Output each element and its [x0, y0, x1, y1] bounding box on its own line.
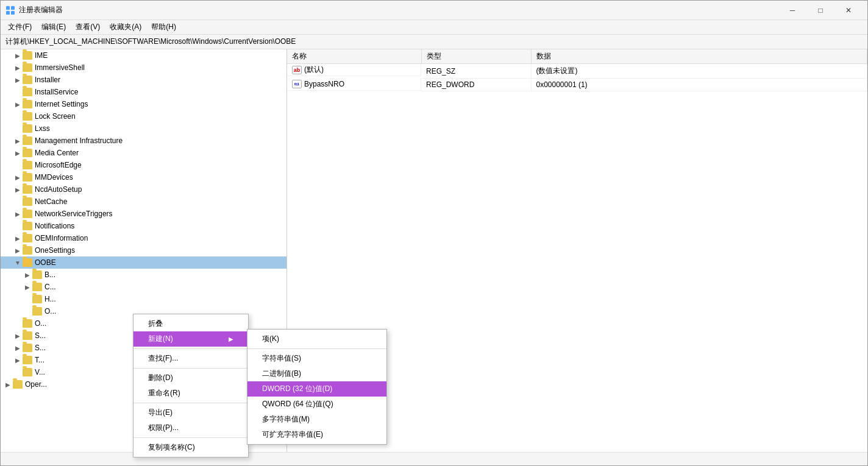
context-menu[interactable]: 折叠 新建(N) ▶ 查找(F)... 删除(D) 重命名(R) 导出(E) 权… [133, 314, 249, 457]
tree-label: ImmersiveShell [35, 63, 85, 72]
expand-arrow: ▶ [3, 380, 13, 389]
reg-data-cell: 0x00000001 (1) [531, 79, 867, 91]
sub-item-binary[interactable]: 二进制值(B) [247, 366, 386, 381]
tree-item-onesettings[interactable]: ▶ OneSettings [1, 244, 286, 256]
sub-item-expandstring[interactable]: 可扩充字符串值(E) [247, 427, 386, 442]
ctx-delete[interactable]: 删除(D) [133, 370, 248, 386]
menu-favorites[interactable]: 收藏夹(A) [105, 21, 146, 34]
registry-editor-window: 注册表编辑器 ─ □ ✕ 文件(F) 编辑(E) 查看(V) 收藏夹(A) 帮助… [0, 0, 868, 466]
statusbar [1, 452, 867, 465]
tree-item-netcache[interactable]: ▶ NetCache [1, 196, 286, 208]
tree-label: NcdAutoSetup [35, 185, 82, 194]
expand-arrow: ▶ [13, 185, 23, 194]
col-header-data: 数据 [531, 49, 867, 64]
ctx-permissions[interactable]: 权限(P)... [133, 420, 248, 436]
folder-icon [23, 112, 32, 121]
ctx-copy-name[interactable]: 复制项名称(C) [133, 440, 248, 455]
ctx-export[interactable]: 导出(E) [133, 405, 248, 420]
tree-item-oobe-c[interactable]: ▶ C... [1, 281, 286, 293]
tree-label: Lock Screen [35, 112, 76, 121]
reg-type-cell: REG_DWORD [421, 79, 531, 91]
menu-help[interactable]: 帮助(H) [146, 21, 181, 34]
tree-item-oobe-h[interactable]: ▶ H... [1, 293, 286, 305]
ctx-separator [133, 348, 248, 349]
tree-item-oobe[interactable]: ▼ OOBE [1, 256, 286, 269]
ctx-new[interactable]: 新建(N) ▶ [133, 331, 248, 347]
tree-item-lxss[interactable]: ▶ Lxss [1, 122, 286, 135]
tree-item-mediacenter[interactable]: ▶ Media Center [1, 147, 286, 159]
menu-edit[interactable]: 编辑(E) [37, 21, 71, 34]
folder-icon [32, 307, 42, 316]
ctx-rename[interactable]: 重命名(R) [133, 386, 248, 401]
tree-item-installservice[interactable]: ▶ InstallService [1, 86, 286, 98]
tree-item-lockscreen[interactable]: ▶ Lock Screen [1, 110, 286, 122]
tree-label: OEMInformation [35, 234, 88, 242]
sub-item-multistring[interactable]: 多字符串值(M) [247, 412, 386, 427]
svg-rect-1 [11, 6, 15, 10]
tree-label: MMDevices [35, 173, 73, 182]
maximize-button[interactable]: □ [806, 1, 834, 20]
folder-icon [23, 356, 32, 364]
tree-label: Internet Settings [35, 100, 88, 108]
close-button[interactable]: ✕ [834, 1, 863, 20]
tree-label: InstallService [35, 88, 78, 96]
tree-item-mgmtinfra[interactable]: ▶ Management Infrastructure [1, 135, 286, 147]
tree-item-installer[interactable]: ▶ Installer [1, 74, 286, 86]
minimize-button[interactable]: ─ [778, 1, 806, 20]
tree-item-ime[interactable]: ▶ IME [1, 49, 286, 62]
reg-data-cell: (数值未设置) [531, 64, 867, 79]
ctx-collapse[interactable]: 折叠 [133, 316, 248, 331]
tree-item-oeminformation[interactable]: ▶ OEMInformation [1, 232, 286, 244]
ctx-separator-4 [133, 437, 248, 438]
expand-arrow: ▶ [13, 209, 23, 219]
tree-item-ncdautosetup[interactable]: ▶ NcdAutoSetup [1, 183, 286, 196]
address-path: 计算机\HKEY_LOCAL_MACHINE\SOFTWARE\Microsof… [3, 35, 298, 48]
submenu[interactable]: 项(K) 字符串值(S) 二进制值(B) DWORD (32 位)值(D) QW… [247, 329, 387, 445]
menu-view[interactable]: 查看(V) [71, 21, 105, 34]
table-row[interactable]: 0|1 BypassNRO REG_DWORD 0x00000001 (1) [287, 79, 867, 91]
folder-icon [23, 258, 32, 267]
tree-item-notifications[interactable]: ▶ Notifications [1, 220, 286, 232]
expand-arrow: ▶ [13, 233, 23, 243]
expand-arrow: ▶ [13, 343, 23, 353]
folder-icon [23, 100, 32, 108]
reg-name-cell: 0|1 BypassNRO [287, 79, 421, 91]
folder-icon [13, 380, 23, 389]
folder-icon [23, 185, 32, 194]
tree-item-immersiveshell[interactable]: ▶ ImmersiveShell [1, 62, 286, 74]
sub-item-qword[interactable]: QWORD (64 位)值(Q) [247, 397, 386, 412]
folder-icon [23, 88, 32, 96]
folder-icon [23, 51, 32, 60]
folder-icon [23, 331, 32, 340]
svg-rect-0 [6, 6, 10, 10]
expand-arrow: ▼ [13, 258, 23, 267]
table-row[interactable]: ab (默认) REG_SZ (数值未设置) [287, 64, 867, 79]
tree-item-oobe-b[interactable]: ▶ B... [1, 269, 286, 281]
sub-separator [247, 348, 386, 349]
tree-item-mmdevices[interactable]: ▶ MMDevices [1, 171, 286, 183]
expand-arrow: ▶ [13, 51, 23, 60]
tree-label: Management Infrastructure [35, 136, 123, 145]
tree-label: Oper... [25, 380, 47, 389]
tree-item-microsoftedge[interactable]: ▶ MicrosoftEdge [1, 159, 286, 171]
expand-arrow: ▶ [13, 148, 23, 158]
tree-label: NetworkServiceTriggers [35, 210, 113, 218]
expand-arrow: ▶ [13, 355, 23, 365]
reg-type-cell: REG_SZ [421, 64, 531, 79]
expand-arrow: ▶ [23, 282, 32, 292]
tree-item-internetsettings[interactable]: ▶ Internet Settings [1, 98, 286, 110]
tree-label: H... [44, 295, 56, 303]
tree-label: Media Center [35, 149, 79, 157]
addressbar: 计算机\HKEY_LOCAL_MACHINE\SOFTWARE\Microsof… [1, 35, 867, 49]
sub-item-dword[interactable]: DWORD (32 位)值(D) [247, 381, 386, 397]
svg-rect-3 [11, 11, 15, 15]
sub-item-key[interactable]: 项(K) [247, 331, 386, 347]
tree-label: V... [35, 368, 45, 376]
tree-item-networktriggers[interactable]: ▶ NetworkServiceTriggers [1, 208, 286, 220]
ctx-find[interactable]: 查找(F)... [133, 351, 248, 366]
sub-item-string[interactable]: 字符串值(S) [247, 351, 386, 366]
menu-file[interactable]: 文件(F) [3, 21, 37, 34]
tree-label: OneSettings [35, 246, 75, 255]
tree-label: OOBE [35, 258, 56, 267]
folder-icon [23, 246, 32, 255]
